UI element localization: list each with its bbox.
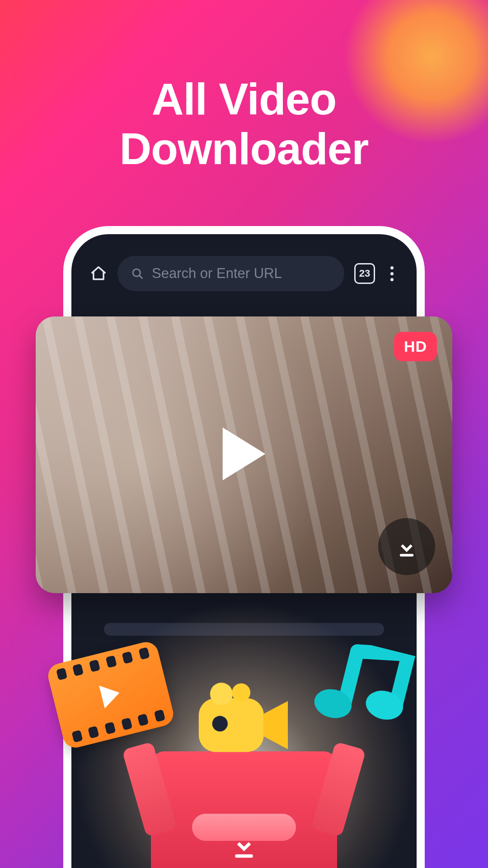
kebab-icon (390, 266, 394, 269)
download-button[interactable] (378, 518, 435, 575)
tab-count-button[interactable]: 23 (354, 263, 375, 284)
svg-rect-2 (400, 554, 413, 557)
video-thumbnail-card[interactable]: HD (36, 316, 452, 593)
search-icon (131, 267, 144, 280)
home-icon (90, 265, 107, 282)
download-icon (394, 534, 419, 559)
title-line-1: All Video (152, 74, 337, 124)
play-icon (218, 424, 270, 485)
overflow-menu-button[interactable] (385, 263, 399, 284)
progress-placeholder (104, 623, 384, 636)
browser-bar: Search or Enter URL 23 (71, 234, 417, 305)
url-placeholder: Search or Enter URL (152, 265, 282, 282)
url-field[interactable]: Search or Enter URL (117, 256, 344, 291)
tab-count-value: 23 (359, 268, 370, 279)
play-button[interactable] (218, 424, 270, 486)
home-button[interactable] (89, 264, 108, 283)
title-line-2: Downloader (120, 124, 369, 174)
svg-line-1 (139, 275, 142, 278)
page-title: All Video Downloader (0, 75, 488, 174)
hd-badge: HD (394, 332, 437, 361)
